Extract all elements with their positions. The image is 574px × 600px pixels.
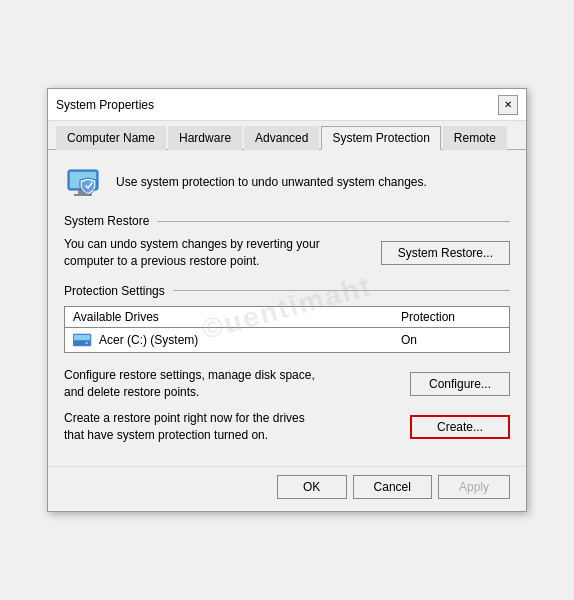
table-header: Available Drives Protection bbox=[65, 307, 509, 328]
main-content: ©uentimaht Use system protection to undo… bbox=[48, 150, 526, 466]
header-section: Use system protection to undo unwanted s… bbox=[64, 162, 510, 202]
protection-settings-divider: Protection Settings bbox=[64, 284, 510, 298]
protection-status: On bbox=[401, 333, 501, 347]
divider-line-2 bbox=[173, 290, 510, 291]
divider-line bbox=[157, 221, 510, 222]
system-restore-button[interactable]: System Restore... bbox=[381, 241, 510, 265]
dialog-title: System Properties bbox=[56, 98, 154, 112]
drive-cell: Acer (C:) (System) bbox=[73, 332, 401, 348]
tab-hardware[interactable]: Hardware bbox=[168, 126, 242, 150]
tab-remote[interactable]: Remote bbox=[443, 126, 507, 150]
create-text: Create a restore point right now for the… bbox=[64, 410, 324, 444]
system-protection-icon bbox=[64, 162, 104, 202]
configure-row: Configure restore settings, manage disk … bbox=[64, 367, 510, 401]
tab-bar: Computer Name Hardware Advanced System P… bbox=[48, 121, 526, 150]
cancel-button[interactable]: Cancel bbox=[353, 475, 432, 499]
drive-icon bbox=[73, 332, 93, 348]
ok-button[interactable]: OK bbox=[277, 475, 347, 499]
system-properties-dialog: System Properties ✕ Computer Name Hardwa… bbox=[47, 88, 527, 512]
apply-button[interactable]: Apply bbox=[438, 475, 510, 499]
tab-computer-name[interactable]: Computer Name bbox=[56, 126, 166, 150]
restore-row: You can undo system changes by reverting… bbox=[64, 236, 510, 270]
title-bar: System Properties ✕ bbox=[48, 89, 526, 121]
column-drives: Available Drives bbox=[73, 310, 401, 324]
title-bar-controls: ✕ bbox=[498, 95, 518, 115]
configure-button[interactable]: Configure... bbox=[410, 372, 510, 396]
header-text: Use system protection to undo unwanted s… bbox=[116, 175, 427, 189]
create-row: Create a restore point right now for the… bbox=[64, 410, 510, 444]
svg-rect-5 bbox=[74, 335, 90, 340]
create-button[interactable]: Create... bbox=[410, 415, 510, 439]
tab-advanced[interactable]: Advanced bbox=[244, 126, 319, 150]
protection-settings-label: Protection Settings bbox=[64, 284, 165, 298]
footer: OK Cancel Apply bbox=[48, 466, 526, 511]
tab-system-protection[interactable]: System Protection bbox=[321, 126, 440, 150]
protection-table: Available Drives Protection bbox=[64, 306, 510, 353]
restore-description: You can undo system changes by reverting… bbox=[64, 236, 324, 270]
configure-text: Configure restore settings, manage disk … bbox=[64, 367, 324, 401]
svg-rect-7 bbox=[85, 342, 88, 344]
protection-settings-section: Available Drives Protection bbox=[64, 306, 510, 353]
drive-name: Acer (C:) (System) bbox=[99, 333, 198, 347]
table-row[interactable]: Acer (C:) (System) On bbox=[65, 328, 509, 352]
system-restore-section: You can undo system changes by reverting… bbox=[64, 236, 510, 270]
column-protection: Protection bbox=[401, 310, 501, 324]
system-restore-divider: System Restore bbox=[64, 214, 510, 228]
system-restore-label: System Restore bbox=[64, 214, 149, 228]
close-button[interactable]: ✕ bbox=[498, 95, 518, 115]
